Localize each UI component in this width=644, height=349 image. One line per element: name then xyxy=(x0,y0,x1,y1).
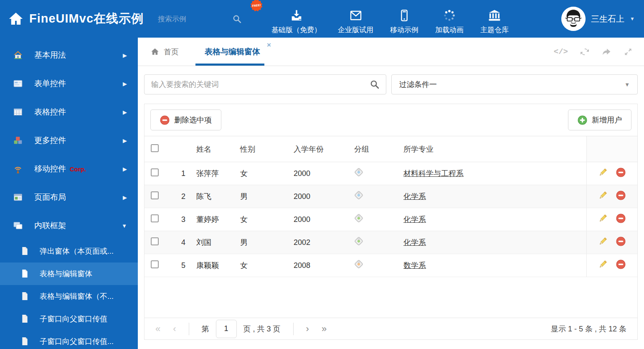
major-link[interactable]: 化学系 xyxy=(403,215,426,224)
row-checkbox[interactable] xyxy=(151,237,159,245)
brand-home[interactable]: FineUIMvc在线示例 xyxy=(8,10,144,27)
sidebar-subitem-child-to-parent[interactable]: 子窗口向父窗口传值 xyxy=(0,308,138,330)
sidebar-item-more-controls[interactable]: 更多控件 ▶ xyxy=(0,126,138,155)
sidebar-subitem-popup-window[interactable]: 弹出窗体（本页面或... xyxy=(0,240,138,262)
cell-gender: 男 xyxy=(240,231,294,254)
sidebar-subitem-label: 子窗口向父窗口传值... xyxy=(40,336,114,346)
delete-row-icon[interactable] xyxy=(616,214,626,223)
major-link[interactable]: 化学系 xyxy=(403,192,426,201)
cell-name: 董婷婷 xyxy=(188,208,240,231)
search-icon[interactable] xyxy=(370,80,379,89)
home-tab-icon xyxy=(150,47,160,56)
tag-icon xyxy=(354,214,364,224)
delete-selected-button[interactable]: 删除选中项 xyxy=(150,110,221,130)
tab-grid-edit-window[interactable]: 表格与编辑窗体 × xyxy=(205,38,260,66)
first-page-button[interactable]: « xyxy=(155,324,160,334)
nav-enterprise-trial[interactable]: 企业版试用 xyxy=(338,3,373,35)
nav-theme-repo[interactable]: 主题仓库 xyxy=(480,3,509,35)
pager-divider xyxy=(293,323,294,335)
top-header: FineUIMvc在线示例 搜索示例 FREE! 基础版（免费） xyxy=(0,0,644,38)
sidebar-item-label: 更多控件 xyxy=(34,135,66,146)
bank-icon xyxy=(488,8,501,22)
row-checkbox[interactable] xyxy=(151,260,159,268)
next-page-button[interactable]: › xyxy=(306,324,309,334)
sidebar-item-mobile-controls[interactable]: 移动控件 Corp. ▶ xyxy=(0,155,138,183)
search-icon[interactable] xyxy=(233,15,241,23)
cell-gender: 女 xyxy=(240,208,294,231)
edit-pencil-icon[interactable] xyxy=(598,237,608,246)
username: 三生石上 xyxy=(591,13,624,25)
filter-dropdown[interactable]: 过滤条件一 ▼ xyxy=(391,74,638,94)
app-root: FineUIMvc在线示例 搜索示例 FREE! 基础版（免费） xyxy=(0,0,644,349)
delete-row-icon[interactable] xyxy=(616,191,626,200)
sidebar-subitem-grid-edit-window-2[interactable]: 表格与编辑窗体（不... xyxy=(0,285,138,308)
sidebar-item-basic-usage[interactable]: 基本用法 ▶ xyxy=(0,41,138,69)
cell-name: 刘国 xyxy=(188,231,240,254)
tab-label: 表格与编辑窗体 xyxy=(205,46,260,57)
edit-pencil-icon[interactable] xyxy=(598,191,608,200)
keyword-search-input[interactable]: 输入要搜索的关键词 xyxy=(144,74,386,94)
users-table: 姓名 性别 入学年份 分组 所学专业 1 xyxy=(145,136,637,277)
delete-row-icon[interactable] xyxy=(616,168,626,177)
form-icon xyxy=(13,79,23,88)
nav-label: 加载动画 xyxy=(435,25,464,35)
delete-row-icon[interactable] xyxy=(616,260,626,269)
cell-gender: 男 xyxy=(240,185,294,208)
nav-basic-edition[interactable]: FREE! 基础版（免费） xyxy=(271,3,321,35)
nav-loading-animation[interactable]: 加载动画 xyxy=(435,3,464,35)
share-icon[interactable] xyxy=(601,47,611,57)
refresh-icon[interactable] xyxy=(580,47,590,57)
sidebar-item-page-layout[interactable]: 页面布局 ▶ xyxy=(0,183,138,211)
close-icon[interactable]: × xyxy=(267,41,271,48)
select-all-checkbox[interactable] xyxy=(151,144,159,152)
header-search-input[interactable]: 搜索示例 xyxy=(158,14,241,24)
edit-pencil-icon[interactable] xyxy=(598,214,608,223)
house-icon xyxy=(13,51,23,60)
cubes-icon xyxy=(13,136,23,145)
user-menu[interactable]: 三生石上 ▼ xyxy=(561,7,635,31)
sidebar-subitem-child-to-parent-2[interactable]: 子窗口向父窗口传值... xyxy=(0,330,138,349)
add-user-button[interactable]: 新增用户 xyxy=(568,110,631,130)
row-checkbox[interactable] xyxy=(151,168,159,176)
header-search-placeholder: 搜索示例 xyxy=(158,14,186,24)
sidebar: 基本用法 ▶ 表单控件 ▶ 表格控件 ▶ 更多控件 ▶ 移动控件 Cor xyxy=(0,38,138,349)
table-row: 3 董婷婷 女 2000 化学系 xyxy=(145,208,637,231)
sidebar-subitem-grid-edit-window[interactable]: 表格与编辑窗体 xyxy=(0,262,138,285)
edit-pencil-icon[interactable] xyxy=(598,260,608,269)
row-checkbox[interactable] xyxy=(151,191,159,199)
header-nav: FREE! 基础版（免费） 企业版试用 移动示例 xyxy=(271,3,509,35)
last-page-button[interactable]: » xyxy=(322,324,327,334)
tag-icon xyxy=(354,168,364,178)
cell-year: 2000 xyxy=(294,208,354,231)
chevron-right-icon: ▶ xyxy=(123,109,127,115)
plus-circle-icon xyxy=(578,115,587,125)
major-link[interactable]: 数学系 xyxy=(403,261,426,270)
sidebar-item-grid-controls[interactable]: 表格控件 ▶ xyxy=(0,98,138,126)
table-icon xyxy=(13,107,23,117)
sidebar-item-inline-frame[interactable]: 内联框架 ▼ xyxy=(0,211,138,240)
free-badge: FREE! xyxy=(250,0,263,12)
sidebar-item-form-controls[interactable]: 表单控件 ▶ xyxy=(0,69,138,98)
nav-label: 主题仓库 xyxy=(480,25,509,35)
file-icon xyxy=(21,247,29,256)
major-link[interactable]: 化学系 xyxy=(403,238,426,247)
tag-icon xyxy=(354,260,364,270)
prev-page-button[interactable]: ‹ xyxy=(173,324,176,334)
cell-name: 张萍萍 xyxy=(188,162,240,185)
major-link[interactable]: 材料科学与工程系 xyxy=(403,169,464,178)
avatar xyxy=(561,7,586,31)
frames-icon xyxy=(13,221,23,230)
row-checkbox[interactable] xyxy=(151,214,159,222)
delete-row-icon[interactable] xyxy=(616,237,626,246)
tab-home[interactable]: 首页 xyxy=(150,38,179,66)
source-code-icon[interactable]: </> xyxy=(554,47,568,56)
table-row: 4 刘国 男 2002 化学系 xyxy=(145,231,637,254)
page-content: 输入要搜索的关键词 过滤条件一 ▼ 删除选中项 xyxy=(138,66,644,349)
edit-pencil-icon[interactable] xyxy=(598,168,608,177)
sidebar-item-label: 基本用法 xyxy=(34,50,66,61)
col-gender: 性别 xyxy=(240,136,294,162)
page-number-input[interactable]: 1 xyxy=(216,320,237,338)
nav-mobile-demo[interactable]: 移动示例 xyxy=(390,3,418,35)
cell-year: 2000 xyxy=(294,185,354,208)
expand-icon[interactable] xyxy=(623,47,633,57)
